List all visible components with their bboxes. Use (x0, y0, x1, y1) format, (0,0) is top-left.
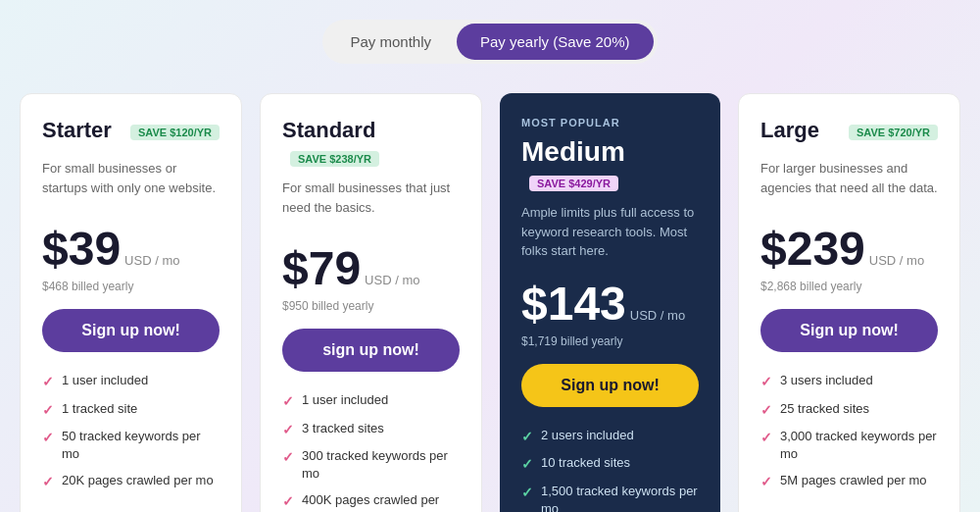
feature-item: ✓ 400K pages crawled per mo (282, 491, 460, 512)
plan-header-row: Standard SAVE $238/YR (282, 118, 460, 167)
feature-item: ✓ 1 user included (282, 391, 460, 412)
feature-text: 10 tracked sites (541, 454, 630, 472)
check-icon: ✓ (760, 429, 772, 448)
check-icon: ✓ (42, 373, 54, 392)
feature-text: 1 user included (302, 391, 388, 409)
check-icon: ✓ (42, 473, 54, 492)
check-icon: ✓ (760, 473, 772, 492)
feature-item: ✓ 20K pages crawled per mo (42, 472, 220, 492)
signup-button-standard[interactable]: sign up now! (282, 329, 460, 372)
pricing-card-medium: MOST POPULAR Medium SAVE $429/YR Ample l… (500, 93, 720, 512)
billed-yearly: $1,719 billed yearly (521, 334, 699, 348)
check-icon: ✓ (282, 492, 294, 512)
feature-text: 1,500 tracked keywords per mo (541, 483, 699, 512)
most-popular-badge: MOST POPULAR (521, 117, 699, 128)
price-period: USD / mo (365, 273, 419, 287)
price-amount: $143 (521, 277, 626, 331)
pricing-cards-container: Starter SAVE $120/YR For small businesse… (20, 93, 960, 512)
feature-item: ✓ 3 users included (760, 372, 938, 392)
plan-description: For small businesses or startups with on… (42, 159, 220, 206)
price-container: $39 USD / mo (42, 222, 220, 276)
pricing-card-starter: Starter SAVE $120/YR For small businesse… (20, 93, 242, 512)
feature-text: 300 tracked keywords per mo (302, 447, 460, 483)
plan-description: For larger businesses and agencies that … (760, 159, 938, 206)
check-icon: ✓ (521, 484, 533, 503)
price-container: $79 USD / mo (282, 241, 460, 295)
feature-text: 3,000 tracked keywords per mo (780, 428, 938, 463)
plan-header-row: Medium SAVE $429/YR (521, 136, 699, 191)
feature-item: ✓ 50 tracked keywords per mo (42, 428, 220, 463)
feature-text: 2 users included (541, 427, 634, 444)
monthly-toggle-button[interactable]: Pay monthly (326, 24, 455, 60)
feature-text: 50 tracked keywords per mo (62, 428, 220, 463)
features-list-large: ✓ 3 users included ✓ 25 tracked sites ✓ … (760, 372, 938, 499)
feature-text: 400K pages crawled per mo (302, 491, 460, 512)
plan-header-row: Large SAVE $720/YR (760, 118, 938, 147)
price-period: USD / mo (630, 308, 685, 323)
feature-item: ✓ 1 user included (42, 372, 220, 392)
save-badge: SAVE $720/YR (849, 125, 938, 140)
save-badge: SAVE $120/YR (130, 125, 220, 140)
feature-item: ✓ 5M pages crawled per mo (760, 472, 938, 492)
feature-item: ✓ 25 tracked sites (760, 400, 938, 421)
yearly-toggle-button[interactable]: Pay yearly (Save 20%) (457, 24, 654, 60)
plan-header-row: Starter SAVE $120/YR (42, 118, 220, 147)
check-icon: ✓ (760, 373, 772, 392)
check-icon: ✓ (521, 428, 533, 447)
billed-yearly: $2,868 billed yearly (760, 280, 938, 293)
check-icon: ✓ (42, 401, 54, 421)
billed-yearly: $950 billed yearly (282, 299, 460, 313)
plan-description: Ample limits plus full access to keyword… (521, 203, 699, 261)
feature-text: 5M pages crawled per mo (780, 472, 927, 489)
feature-item: ✓ 3,000 tracked keywords per mo (760, 428, 938, 463)
feature-text: 1 user included (62, 372, 148, 389)
feature-item: ✓ 3 tracked sites (282, 420, 460, 440)
feature-item: ✓ 300 tracked keywords per mo (282, 447, 460, 483)
check-icon: ✓ (42, 429, 54, 448)
price-amount: $79 (282, 241, 361, 295)
plan-name: Standard (282, 118, 375, 143)
features-list-medium: ✓ 2 users included ✓ 10 tracked sites ✓ … (521, 427, 699, 513)
feature-item: ✓ 1,500 tracked keywords per mo (521, 483, 699, 512)
billed-yearly: $468 billed yearly (42, 280, 220, 293)
check-icon: ✓ (282, 392, 294, 412)
feature-text: 1 tracked site (62, 400, 137, 418)
price-container: $239 USD / mo (760, 222, 938, 276)
check-icon: ✓ (521, 455, 533, 475)
pricing-card-standard: Standard SAVE $238/YR For small business… (260, 93, 482, 512)
price-amount: $239 (760, 222, 865, 276)
price-period: USD / mo (124, 253, 179, 268)
check-icon: ✓ (760, 401, 772, 421)
plan-name: Starter (42, 118, 112, 143)
plan-name: Medium (521, 136, 625, 168)
plan-name: Large (760, 118, 819, 143)
price-container: $143 USD / mo (521, 277, 699, 331)
signup-button-starter[interactable]: Sign up now! (42, 309, 220, 352)
signup-button-medium[interactable]: Sign up now! (521, 364, 699, 407)
billing-toggle: Pay monthly Pay yearly (Save 20%) (322, 20, 657, 64)
feature-item: ✓ 2 users included (521, 427, 699, 447)
pricing-card-large: Large SAVE $720/YR For larger businesses… (738, 93, 960, 512)
feature-text: 20K pages crawled per mo (62, 472, 214, 489)
features-list-starter: ✓ 1 user included ✓ 1 tracked site ✓ 50 … (42, 372, 220, 499)
feature-text: 3 users included (780, 372, 873, 389)
signup-button-large[interactable]: Sign up now! (760, 309, 938, 352)
feature-item: ✓ 1 tracked site (42, 400, 220, 421)
check-icon: ✓ (282, 448, 294, 468)
check-icon: ✓ (282, 421, 294, 440)
save-badge: SAVE $429/YR (529, 176, 618, 191)
feature-text: 3 tracked sites (302, 420, 384, 437)
price-period: USD / mo (869, 253, 924, 268)
feature-item: ✓ 10 tracked sites (521, 454, 699, 475)
features-list-standard: ✓ 1 user included ✓ 3 tracked sites ✓ 30… (282, 391, 460, 512)
plan-description: For small businesses that just need the … (282, 179, 460, 226)
price-amount: $39 (42, 222, 121, 276)
save-badge: SAVE $238/YR (290, 151, 379, 167)
feature-text: 25 tracked sites (780, 400, 869, 418)
